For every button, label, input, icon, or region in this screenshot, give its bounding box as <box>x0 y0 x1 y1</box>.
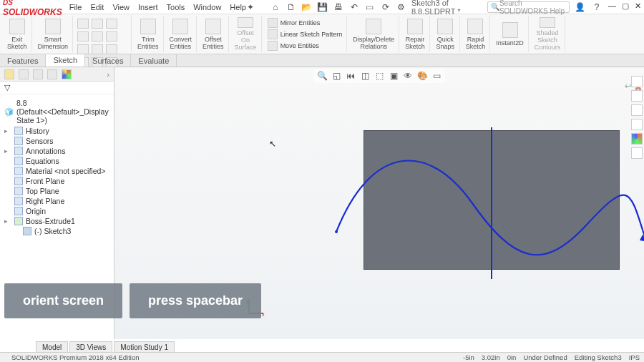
spline-tool-icon[interactable] <box>106 19 117 29</box>
status-mode: Editing Sketch3 <box>575 353 622 361</box>
section-view-icon[interactable]: ◫ <box>359 70 371 82</box>
repair-sketch-button[interactable]: Repair Sketch <box>401 16 430 52</box>
display-style-icon[interactable]: ▣ <box>388 70 399 82</box>
zoom-area-icon[interactable]: ◱ <box>331 70 342 82</box>
menu-edit[interactable]: Edit <box>90 3 104 11</box>
undo-icon[interactable]: ↶ <box>348 1 360 13</box>
property-mgr-icon[interactable] <box>19 69 29 79</box>
search-placeholder: Search SOLIDWORKS Help <box>499 0 566 15</box>
search-input[interactable]: 🔍 Search SOLIDWORKS Help <box>487 1 570 13</box>
tree-root[interactable]: 🧊8.8 (Default<<Default>_Display State 1>… <box>1 97 112 126</box>
appearances-icon[interactable] <box>631 133 643 145</box>
tab-sketch[interactable]: Sketch <box>46 54 85 67</box>
trim-entities-button[interactable]: Trim Entities <box>133 16 164 52</box>
tab-features[interactable]: Features <box>0 54 46 67</box>
hide-show-icon[interactable]: 👁 <box>402 70 414 82</box>
filter-icon[interactable]: ▽ <box>0 82 114 94</box>
print-icon[interactable]: 🖶 <box>333 1 344 13</box>
prev-view-icon[interactable]: ⏮ <box>345 70 356 82</box>
tab-surfaces[interactable]: Surfaces <box>85 54 131 67</box>
tree-top-plane[interactable]: Top Plane <box>1 186 112 196</box>
zoom-fit-icon[interactable]: 🔍 <box>316 70 328 82</box>
help2-icon[interactable]: ? <box>591 1 602 13</box>
circle-tool-icon[interactable] <box>92 19 103 29</box>
options-icon[interactable]: ⚙ <box>396 1 407 13</box>
scene-icon[interactable]: ▭ <box>431 70 442 82</box>
design-lib-icon[interactable] <box>631 90 643 102</box>
fillet-tool-icon[interactable] <box>77 44 89 54</box>
tree-right-plane[interactable]: Right Plane <box>1 196 112 206</box>
new-icon[interactable]: 🗋 <box>286 1 297 13</box>
open-icon[interactable]: 📂 <box>301 1 313 13</box>
minimize-button[interactable]: — <box>608 1 616 13</box>
title-bar: DS SOLIDWORKS File Edit View Insert Tool… <box>0 0 644 14</box>
rebuild-icon[interactable]: ⟳ <box>380 1 391 13</box>
menu-window[interactable]: Window <box>193 3 221 11</box>
help-icon[interactable]: ✦ <box>246 1 255 13</box>
hint-spacebar: press spacebar <box>130 283 261 318</box>
menu-view[interactable]: View <box>112 3 130 11</box>
feature-tree-icon[interactable] <box>4 69 14 79</box>
quick-access-toolbar: ⌂ 🗋 📂 💾 🖶 ↶ ▭ ⟳ ⚙ <box>270 1 407 13</box>
display-mgr-icon[interactable] <box>62 69 72 79</box>
status-bar: SOLIDWORKS Premium 2018 x64 Edition -5in… <box>0 352 644 362</box>
dimxpert-icon[interactable] <box>47 69 57 79</box>
status-coord-y: 3.02in <box>482 353 500 361</box>
resources-icon[interactable] <box>631 76 643 87</box>
quick-snaps-button[interactable]: Quick Snaps <box>431 16 460 52</box>
tree-sensors[interactable]: Sensors <box>1 136 112 146</box>
cursor-icon: ↖ <box>269 139 276 149</box>
save-icon[interactable]: 💾 <box>317 1 328 13</box>
display-relations-button[interactable]: Display/Delete Relations <box>348 16 399 52</box>
text-tool-icon[interactable] <box>92 44 103 54</box>
menu-tools[interactable]: Tools <box>167 3 185 11</box>
convert-entities-button[interactable]: Convert Entities <box>165 16 197 52</box>
offset-entities-button[interactable]: Offset Entities <box>198 16 229 52</box>
mirror-entities-button[interactable]: Mirror Entities <box>268 18 343 28</box>
tree-history[interactable]: ▸History <box>1 126 112 136</box>
mirror-icon <box>268 18 278 28</box>
tree-front-plane[interactable]: Front Plane <box>1 176 112 186</box>
point-tool-icon[interactable] <box>106 44 117 54</box>
config-mgr-icon[interactable] <box>33 69 43 79</box>
rect-tool-icon[interactable] <box>77 31 89 41</box>
status-edition: SOLIDWORKS Premium 2018 x64 Edition <box>11 353 139 361</box>
tree-material[interactable]: Material <not specified> <box>1 166 112 176</box>
ellipse-tool-icon[interactable] <box>106 31 117 41</box>
tree-annotations[interactable]: ▸Annotations <box>1 146 112 156</box>
view-orient-icon[interactable]: ⬚ <box>374 70 385 82</box>
move-icon <box>268 41 278 51</box>
rapid-sketch-button[interactable]: Rapid Sketch <box>462 16 491 52</box>
exit-sketch-button[interactable]: Exit Sketch <box>3 16 32 52</box>
move-entities-button[interactable]: Move Entities <box>268 41 343 51</box>
app-logo: DS SOLIDWORKS <box>3 0 62 17</box>
svg-point-0 <box>335 230 338 233</box>
tree-origin[interactable]: Origin <box>1 206 112 216</box>
menu-help[interactable]: Help <box>230 3 246 11</box>
arc-tool-icon[interactable] <box>92 31 103 41</box>
tree-equations[interactable]: Equations <box>1 156 112 166</box>
view-palette-icon[interactable] <box>631 119 643 130</box>
maximize-button[interactable]: ▢ <box>622 1 629 13</box>
file-explorer-icon[interactable] <box>631 104 643 116</box>
tree-boss-extrude[interactable]: ▸Boss-Extrude1 <box>1 216 112 226</box>
linear-pattern-button[interactable]: Linear Sketch Pattern <box>268 29 343 39</box>
tree-sketch3[interactable]: (-) Sketch3 <box>1 226 112 236</box>
user-icon[interactable]: 👤 <box>574 1 585 13</box>
status-units[interactable]: IPS <box>629 353 640 361</box>
menu-insert[interactable]: Insert <box>138 3 158 11</box>
home-icon[interactable]: ⌂ <box>270 1 281 13</box>
menu-file[interactable]: File <box>69 3 82 11</box>
hint-orient: orient screen <box>4 283 122 318</box>
select-icon[interactable]: ▭ <box>364 1 376 13</box>
pattern-icon <box>268 29 278 39</box>
instant2d-button[interactable]: Instant2D <box>492 16 529 52</box>
smart-dimension-button[interactable]: Smart Dimension <box>34 16 74 52</box>
search-icon: 🔍 <box>491 3 499 11</box>
view-heads-up-toolbar: 🔍 ◱ ⏮ ◫ ⬚ ▣ 👁 🎨 ▭ <box>313 69 445 83</box>
appearance-icon[interactable]: 🎨 <box>416 70 428 82</box>
close-button[interactable]: ✕ <box>635 1 641 13</box>
tab-evaluate[interactable]: Evaluate <box>131 54 177 67</box>
line-tool-icon[interactable] <box>77 19 89 29</box>
panel-expand-icon[interactable]: › <box>107 70 109 79</box>
